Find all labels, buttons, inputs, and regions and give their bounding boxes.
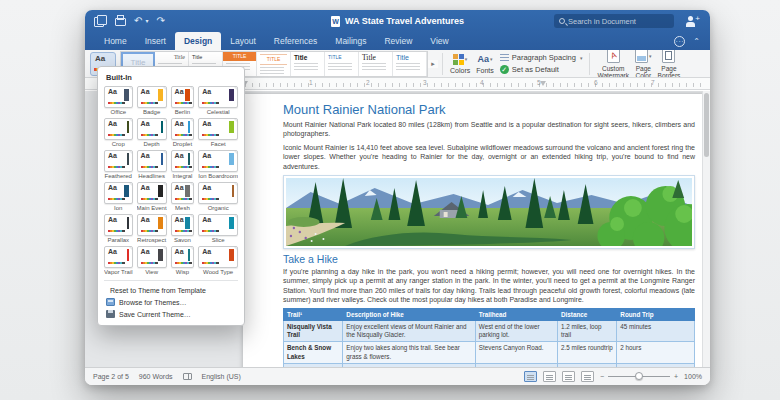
theme-slice[interactable]: AaSlice <box>198 214 238 243</box>
table-cell: Bench & Snow Lakes <box>284 342 343 363</box>
theme-wood-type[interactable]: AaWood Type <box>198 246 238 275</box>
theme-integral[interactable]: AaIntegral <box>171 150 195 179</box>
tab-view[interactable]: View <box>421 32 457 50</box>
style-set-7[interactable]: TITLE <box>325 52 359 76</box>
theme-facet[interactable]: AaFacet <box>198 118 238 147</box>
scrollbar-thumb[interactable] <box>704 93 709 157</box>
doc-paragraph-2: Iconic Mount Rainier is 14,410 feet abov… <box>283 143 695 171</box>
zoom-level[interactable]: 100% <box>684 373 702 380</box>
desktop-background: ↶▾ ↷ W WA State Travel Adventures Search… <box>0 0 780 400</box>
tab-review[interactable]: Review <box>375 32 421 50</box>
table-cell: Enjoy excellent views of Mount Rainier a… <box>343 321 475 342</box>
tab-mailings[interactable]: Mailings <box>326 32 375 50</box>
set-as-default-button[interactable]: ✓ Set as Default <box>500 65 583 74</box>
tab-home[interactable]: Home <box>95 32 136 50</box>
theme-savon[interactable]: AaSavon <box>171 214 195 243</box>
theme-parallax[interactable]: AaParallax <box>104 214 133 243</box>
theme-organic[interactable]: AaOrganic <box>198 182 238 211</box>
colors-dropdown-icon: ▾ <box>465 56 468 62</box>
vertical-scrollbar[interactable] <box>702 91 710 367</box>
ruler-number: 3 <box>423 79 427 86</box>
more-options-icon[interactable]: ··· <box>674 36 685 47</box>
zoom-slider[interactable] <box>608 376 670 377</box>
ruler-number: 7 <box>651 79 655 86</box>
style-set-5[interactable]: TITLE <box>257 52 291 76</box>
draft-view-icon[interactable] <box>581 371 594 382</box>
search-icon <box>559 18 565 24</box>
page-borders-button[interactable]: Page Borders <box>655 50 684 78</box>
hike-table[interactable]: Trail¹Description of HikeTrailheadDistan… <box>283 308 695 367</box>
zoom-slider-thumb[interactable] <box>635 372 643 380</box>
theme-mesh[interactable]: AaMesh <box>171 182 195 211</box>
fonts-button[interactable]: Aa ▾ Fonts <box>473 54 497 74</box>
reset-to-theme-from-template-menu-item[interactable]: Reset to Theme from Template <box>106 284 238 296</box>
table-cell: 2.5 miles roundtrip <box>557 342 616 363</box>
tab-references[interactable]: References <box>265 32 326 50</box>
spellcheck-icon[interactable] <box>183 373 192 380</box>
share-icon[interactable]: + <box>686 15 700 27</box>
zoom-out-icon[interactable]: − <box>600 373 604 380</box>
page-borders-icon <box>662 50 675 63</box>
theme-ion[interactable]: AaIon <box>104 182 133 211</box>
paragraph-spacing-icon <box>500 54 509 62</box>
page-color-dropdown-icon: ▾ <box>649 53 652 59</box>
doc-heading-1: Mount Rainier National Park <box>283 102 695 117</box>
tab-design[interactable]: Design <box>175 32 221 50</box>
folder-icon <box>106 298 115 306</box>
theme-main-event[interactable]: AaMain Event <box>137 182 167 211</box>
browse-for-themes-menu-item[interactable]: Browse for Themes… <box>106 296 238 308</box>
tab-insert[interactable]: Insert <box>136 32 175 50</box>
page-color-button[interactable]: ▾ Page Color <box>632 50 655 78</box>
word-count[interactable]: 960 Words <box>139 373 173 380</box>
style-set-8[interactable]: Title <box>359 52 393 76</box>
theme-celestial[interactable]: AaCelestial <box>198 86 238 115</box>
table-cell: Stevens Canyon Road. <box>475 342 557 363</box>
theme-berlin[interactable]: AaBerlin <box>171 86 195 115</box>
search-input[interactable]: Search in Document <box>554 14 674 28</box>
right-indent-marker[interactable] <box>540 81 546 86</box>
word-window: ↶▾ ↷ W WA State Travel Adventures Search… <box>85 10 710 385</box>
table-cell: Enjoy two lakes along this trail. See be… <box>343 342 475 363</box>
page-indicator[interactable]: Page 2 of 5 <box>93 373 129 380</box>
window-title: WA State Travel Adventures <box>345 16 464 26</box>
theme-badge[interactable]: AaBadge <box>137 86 167 115</box>
theme-wisp[interactable]: AaWisp <box>171 246 195 275</box>
print-layout-view-icon[interactable] <box>524 371 537 382</box>
paragraph-group: Paragraph Spacing ▾ ✓ Set as Default <box>497 53 586 74</box>
document-page[interactable]: Mount Rainier National Park Mount Rainie… <box>243 94 705 367</box>
paragraph-spacing-button[interactable]: Paragraph Spacing ▾ <box>500 53 583 62</box>
colors-button[interactable]: ▾ Colors <box>447 54 473 74</box>
theme-droplet[interactable]: AaDroplet <box>171 118 195 147</box>
doc-heading-2: Take a Hike <box>283 253 695 265</box>
theme-depth[interactable]: AaDepth <box>137 118 167 147</box>
custom-watermark-button[interactable]: A Custom Watermark <box>594 50 632 78</box>
theme-ion-boardroom[interactable]: AaIon Boardroom <box>198 150 238 179</box>
collapse-ribbon-icon[interactable]: ⌃ <box>693 37 700 46</box>
theme-crop[interactable]: AaCrop <box>104 118 133 147</box>
theme-retrospect[interactable]: AaRetrospect <box>137 214 167 243</box>
language-indicator[interactable]: English (US) <box>202 373 241 380</box>
ruler-number: 4 <box>480 79 484 86</box>
ribbon-separator <box>442 53 443 75</box>
page-color-label: Page Color <box>636 65 652 78</box>
zoom-in-icon[interactable]: + <box>674 373 678 380</box>
ribbon-tabs: HomeInsertDesignLayoutReferencesMailings… <box>95 32 458 50</box>
meadow-photo-illustration <box>286 178 692 246</box>
style-set-9[interactable]: Title <box>393 52 427 76</box>
page-color-icon <box>635 50 648 63</box>
tab-layout[interactable]: Layout <box>221 32 265 50</box>
web-layout-view-icon[interactable] <box>543 371 556 382</box>
theme-vapor-trail[interactable]: AaVapor Trail <box>104 246 133 275</box>
table-header: Trailhead <box>475 309 557 321</box>
theme-office[interactable]: AaOffice <box>104 86 133 115</box>
gallery-next-button[interactable]: ▸ <box>428 60 438 68</box>
meadow-photo[interactable] <box>283 175 695 249</box>
theme-view[interactable]: AaView <box>137 246 167 275</box>
outline-view-icon[interactable] <box>562 371 575 382</box>
ruler-number: 6 <box>594 79 598 86</box>
theme-headlines[interactable]: AaHeadlines <box>137 150 167 179</box>
save-current-theme-menu-item[interactable]: Save Current Theme… <box>106 308 238 320</box>
theme-feathered[interactable]: AaFeathered <box>104 150 133 179</box>
style-set-6[interactable]: Title <box>291 52 325 76</box>
set-as-default-label: Set as Default <box>512 65 559 74</box>
